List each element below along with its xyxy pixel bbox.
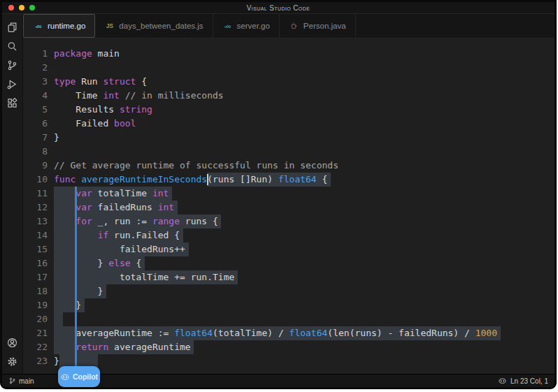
tab-label: days_between_dates.js xyxy=(119,22,203,30)
copilot-badge[interactable]: Copilot xyxy=(58,366,100,387)
code-content: // Get average runtime of successful run… xyxy=(54,159,555,173)
code-line[interactable]: 4 Time int // in milliseconds xyxy=(23,89,555,103)
source-control-icon[interactable] xyxy=(4,56,21,75)
java-file-icon xyxy=(289,22,299,30)
line-number[interactable]: 6 xyxy=(23,117,54,131)
go-file-icon: -∞ xyxy=(222,22,233,30)
line-number[interactable]: 23 xyxy=(23,354,54,368)
copilot-badge-label: Copilot xyxy=(73,372,98,381)
code-line[interactable]: 12 var failedRuns int xyxy=(23,201,555,215)
line-number[interactable]: 15 xyxy=(23,242,54,256)
code-content xyxy=(54,145,555,159)
code-line[interactable]: 13 for _, run := range runs { xyxy=(23,215,555,228)
title-bar: Visual Studio Code xyxy=(2,2,555,14)
code-content: return averageRuntime xyxy=(54,340,555,354)
line-number[interactable]: 8 xyxy=(23,145,54,159)
code-line[interactable]: 21 averageRuntime := float64(totalTime) … xyxy=(23,326,555,340)
code-content: failedRuns++ xyxy=(54,242,555,256)
vscode-window: Visual Studio Code -∞runtime.goJSdays_be… xyxy=(0,0,557,389)
code-content: var failedRuns int xyxy=(54,201,555,215)
code-line[interactable]: 11 var totalTime int xyxy=(23,187,555,201)
line-number[interactable]: 10 xyxy=(23,173,54,187)
code-content: Time int // in milliseconds xyxy=(54,89,555,103)
code-line[interactable]: 1package main xyxy=(23,47,555,61)
line-number[interactable]: 17 xyxy=(23,270,54,284)
copilot-status[interactable] xyxy=(498,377,507,385)
code-content: Results string xyxy=(54,103,555,117)
go-file-icon: -∞ xyxy=(33,22,43,30)
tab-runtime.go[interactable]: -∞runtime.go xyxy=(23,14,95,38)
js-file-icon: JS xyxy=(104,22,115,29)
tab-server.go[interactable]: -∞server.go xyxy=(213,14,280,38)
code-line[interactable]: 16 } else { xyxy=(23,256,555,270)
code-line[interactable]: 8 xyxy=(23,145,555,159)
code-line[interactable]: 15 failedRuns++ xyxy=(23,242,555,256)
code-content: } xyxy=(54,284,555,298)
line-number[interactable]: 1 xyxy=(23,47,54,61)
code-line[interactable]: 7} xyxy=(23,131,555,145)
git-modified-indicator xyxy=(75,187,77,368)
line-number[interactable]: 13 xyxy=(23,215,54,228)
tab-label: server.go xyxy=(237,22,270,30)
code-content: } xyxy=(54,131,555,145)
tab-label: runtime.go xyxy=(48,22,85,30)
line-number[interactable]: 18 xyxy=(23,284,54,298)
search-icon[interactable] xyxy=(4,37,21,56)
code-line[interactable]: 22 return averageRuntime xyxy=(23,340,555,354)
account-icon[interactable] xyxy=(4,333,21,352)
line-number[interactable]: 7 xyxy=(23,131,54,145)
tab-bar: -∞runtime.goJSdays_between_dates.js-∞ser… xyxy=(23,14,555,38)
code-line[interactable]: 20 xyxy=(23,312,555,326)
code-line[interactable]: 5 Results string xyxy=(23,103,555,117)
tab-label: Person.java xyxy=(303,22,346,30)
code-content: for _, run := range runs { xyxy=(54,215,555,228)
run-debug-icon[interactable] xyxy=(4,75,21,94)
line-number[interactable]: 19 xyxy=(23,298,54,312)
line-number[interactable]: 12 xyxy=(23,201,54,215)
line-number[interactable]: 4 xyxy=(23,89,54,103)
extensions-icon[interactable] xyxy=(4,94,21,112)
code-line[interactable]: 9// Get average runtime of successful ru… xyxy=(23,159,555,173)
cursor-position-indicator[interactable]: Ln 23 Col, 1 xyxy=(510,377,548,385)
line-number[interactable]: 21 xyxy=(23,326,54,340)
code-content: } else { xyxy=(54,256,555,270)
code-line[interactable]: 10func averageRuntimeInSeconds(runs []Ru… xyxy=(23,173,555,187)
code-editor[interactable]: 1package main23type Run struct {4 Time i… xyxy=(23,38,555,374)
code-line[interactable]: 2 xyxy=(23,61,555,75)
code-line[interactable]: 19 } xyxy=(23,298,555,312)
code-line[interactable]: 18 } xyxy=(23,284,555,298)
line-number[interactable]: 2 xyxy=(23,61,54,75)
code-line[interactable]: 17 totalTime += run.Time xyxy=(23,270,555,284)
code-content: var totalTime int xyxy=(54,187,555,201)
line-number[interactable]: 11 xyxy=(23,187,54,201)
code-content: averageRuntime := float64(totalTime) / f… xyxy=(54,326,555,340)
line-number[interactable]: 5 xyxy=(23,103,54,117)
line-number[interactable]: 3 xyxy=(23,75,54,89)
line-number[interactable]: 9 xyxy=(23,159,54,173)
line-number[interactable]: 16 xyxy=(23,256,54,270)
window-title: Visual Studio Code xyxy=(2,4,555,12)
code-line[interactable]: 6 Failed bool xyxy=(23,117,555,131)
settings-icon[interactable] xyxy=(4,352,21,371)
code-line[interactable]: 23} xyxy=(23,354,555,368)
copilot-icon xyxy=(60,372,70,382)
explorer-icon[interactable] xyxy=(4,18,21,37)
code-content xyxy=(54,312,555,326)
tab-days_between_dates.js[interactable]: JSdays_between_dates.js xyxy=(95,14,213,38)
line-number[interactable]: 22 xyxy=(23,340,54,354)
git-branch-indicator[interactable]: main xyxy=(8,377,34,385)
code-line[interactable]: 14 if run.Failed { xyxy=(23,228,555,242)
code-content: totalTime += run.Time xyxy=(54,270,555,284)
code-content: func averageRuntimeInSeconds(runs []Run)… xyxy=(54,173,555,187)
activity-bar xyxy=(2,14,23,374)
cursor-position: Ln 23 Col, 1 xyxy=(510,377,548,385)
line-number[interactable]: 14 xyxy=(23,228,54,242)
code-line[interactable]: 3type Run struct { xyxy=(23,75,555,89)
line-number[interactable]: 20 xyxy=(23,312,54,326)
code-content: if run.Failed { xyxy=(54,228,555,242)
git-branch-icon xyxy=(8,377,16,385)
code-content: package main xyxy=(54,47,555,61)
code-content: } xyxy=(54,298,555,312)
tab-Person.java[interactable]: Person.java xyxy=(280,14,356,38)
text-cursor xyxy=(207,174,208,185)
